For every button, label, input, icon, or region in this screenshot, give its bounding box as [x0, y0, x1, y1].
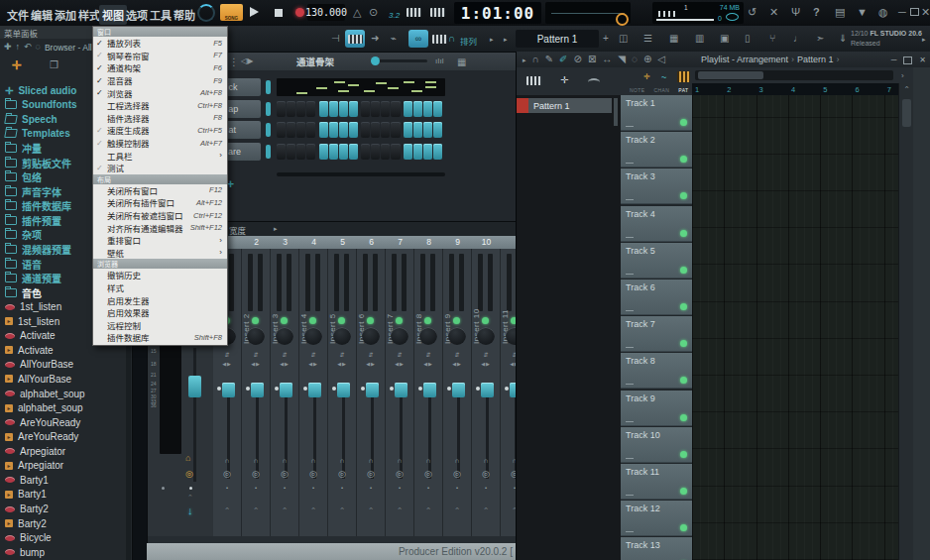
delete-tool-icon[interactable]: ⊘ [573, 55, 581, 64]
insert-led[interactable] [338, 317, 345, 324]
insert-knob[interactable] [304, 327, 322, 345]
dot-icon[interactable] [162, 487, 165, 490]
record-arm-dial-icon[interactable]: ◎ [185, 469, 193, 479]
sep-arrows-icon[interactable]: ⇵ [328, 351, 356, 358]
dial-icon[interactable]: ◎ [271, 469, 298, 479]
dial-icon[interactable]: ◎ [242, 469, 270, 479]
fader-handle[interactable] [481, 383, 494, 397]
dot-icon[interactable]: • [242, 485, 270, 491]
step-edit-button[interactable] [345, 30, 365, 48]
menu-item[interactable]: ✓通道构架F6 [93, 61, 227, 74]
insert-led[interactable] [252, 317, 259, 324]
mute-dot[interactable] [303, 387, 307, 391]
step-button[interactable] [287, 101, 295, 117]
channel-activity-led[interactable] [266, 123, 271, 137]
step-button[interactable] [423, 101, 432, 117]
browser-item[interactable]: Arpegiator [0, 444, 125, 459]
dial-icon[interactable]: ◎ [472, 469, 500, 479]
bpm-display[interactable]: 130.000 [307, 4, 345, 21]
snap-dropdown-arrow[interactable]: ▸ [490, 36, 494, 43]
step-button[interactable] [349, 144, 358, 160]
insert-led[interactable] [482, 317, 489, 324]
restore-button[interactable] [910, 8, 919, 16]
dot-icon[interactable]: • [299, 485, 327, 491]
track-header[interactable]: Track 1 [621, 95, 692, 131]
insert-knob[interactable] [391, 327, 408, 345]
undo-icon[interactable]: ↺ [748, 6, 756, 19]
sep-arrows-icon[interactable]: ⇵ [242, 351, 270, 358]
download-icon[interactable]: ⇓ [839, 34, 847, 44]
browser-item[interactable]: ▸Barty1 [0, 488, 125, 503]
piano-view-icon[interactable] [526, 76, 542, 85]
dial-icon[interactable]: ◎ [328, 469, 356, 479]
step-button[interactable] [413, 144, 422, 160]
keyboard-loop-icon[interactable] [430, 8, 445, 17]
add-icon[interactable]: ✚ [4, 43, 12, 52]
track-led[interactable] [680, 377, 687, 384]
insert-knob[interactable] [333, 327, 351, 345]
rack-menu-icon[interactable]: ⋮ [229, 57, 239, 67]
step-button[interactable] [404, 122, 412, 138]
headphone-icon[interactable]: ∩ [386, 457, 413, 464]
pan-arrows-icon[interactable]: ◀▶ [213, 361, 241, 367]
cut-icon[interactable]: ✕ [769, 6, 778, 19]
track-led[interactable] [680, 524, 687, 531]
menu-item[interactable]: ✓混音器F9 [93, 74, 227, 87]
step-button[interactable] [413, 122, 422, 138]
headphone-icon[interactable]: ∩ [414, 457, 442, 464]
sep-arrows-icon[interactable]: ⇵ [386, 351, 413, 358]
track-header[interactable]: Track 11 [621, 464, 692, 500]
patcher-icon[interactable]: ✛ [12, 58, 22, 72]
menu-item[interactable]: 启用效果器 [93, 306, 227, 319]
picker-scrollbar[interactable] [614, 98, 618, 126]
dot-icon[interactable]: • [414, 485, 442, 491]
song-mode-switch[interactable]: SONG [220, 4, 243, 21]
step-button[interactable] [404, 101, 412, 117]
sep-arrows-icon[interactable]: ⇵ [213, 351, 241, 358]
mixer-strip[interactable]: Insert 2⇵◀▶∩◎•⌃ [242, 249, 271, 536]
playlist-titlebar[interactable]: ▸ ∩ ✎ ✐ ⊘ ⊠ ↔ ◥ ◌ ⊕ ◁ Playlist - Arrange… [517, 52, 930, 67]
rack-scrollbar[interactable] [277, 172, 445, 176]
mute-tool-icon[interactable]: ⊠ [588, 55, 596, 64]
headphone-icon[interactable]: ∩ [328, 457, 356, 464]
menu-item[interactable]: ✓钢琴卷帘窗F7 [93, 50, 227, 62]
browser-item[interactable]: Bicycle [0, 530, 125, 545]
step-button[interactable] [391, 122, 400, 138]
stretch-tool-icon[interactable]: ↔ [602, 55, 612, 64]
dot-icon[interactable] [189, 487, 192, 490]
browser-path[interactable]: Browser - All [45, 43, 92, 53]
news-arrow[interactable]: ▸ [922, 36, 926, 43]
step-button[interactable] [391, 101, 400, 117]
step-button[interactable] [296, 101, 305, 117]
snap-value[interactable]: 排列 [460, 35, 477, 47]
fold-arrow-icon[interactable]: ⌃ [271, 506, 298, 515]
playlist-vscrollbar[interactable]: ⌃ [898, 83, 914, 560]
browser-item[interactable]: ▸AreYouReady [0, 429, 125, 444]
insert-led[interactable] [309, 317, 316, 324]
fold-arrow-icon[interactable]: ⌃ [213, 506, 241, 515]
playlist-close-button[interactable]: ✕ [919, 56, 926, 64]
pattern-picker-item[interactable]: Pattern 1 [517, 98, 612, 113]
pattern-selector[interactable]: Pattern 1 [516, 30, 599, 48]
hscroll-right-button[interactable]: › [901, 72, 904, 80]
insert-knob[interactable] [477, 327, 495, 345]
fold-arrow-icon[interactable]: ⌃ [242, 506, 270, 515]
play-button[interactable] [250, 7, 259, 17]
dot-icon[interactable]: • [328, 485, 356, 491]
pan-arrows-icon[interactable]: ◀▶ [472, 361, 500, 367]
track-header[interactable]: Track 5 [621, 243, 692, 279]
step-button[interactable] [306, 122, 315, 138]
browser-item[interactable]: bump [0, 545, 125, 560]
track-led[interactable] [680, 451, 687, 458]
fader-handle[interactable] [308, 383, 321, 397]
add-pattern-button[interactable]: + [603, 34, 609, 44]
route-down-arrow[interactable]: ↓ [187, 504, 193, 516]
graph-editor-icon[interactable]: ıIıl [435, 57, 443, 65]
headphone-icon[interactable]: ∩ [472, 457, 500, 464]
track-led[interactable] [680, 156, 687, 163]
step-button[interactable] [423, 144, 432, 160]
rack-speaker-icon[interactable]: ◁▶ [241, 57, 253, 65]
arrow-tool-icon[interactable]: ➜ [371, 34, 379, 44]
insert-led[interactable] [424, 317, 431, 324]
pan-arrows-icon[interactable]: ◀▶ [357, 361, 385, 367]
